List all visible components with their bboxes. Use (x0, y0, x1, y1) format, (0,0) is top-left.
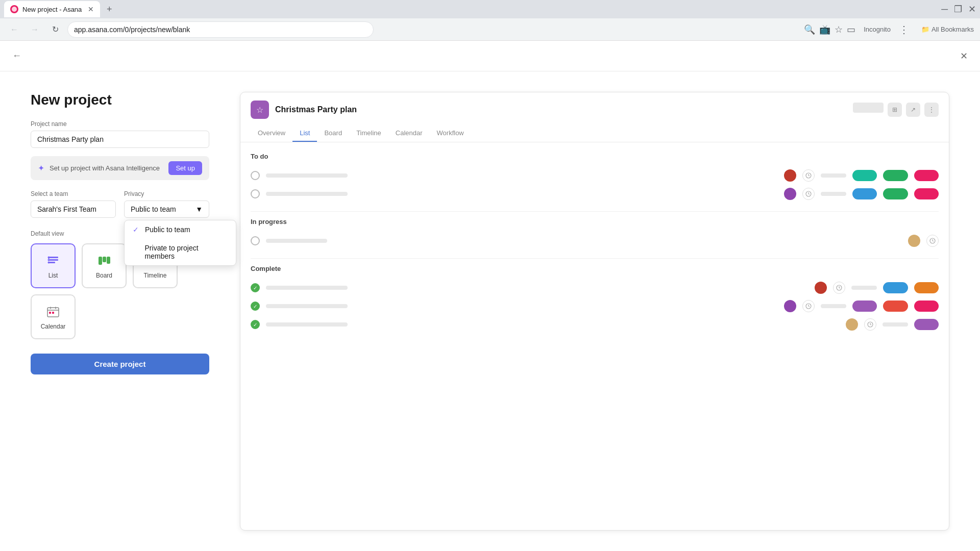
project-name-input[interactable] (31, 131, 209, 148)
new-tab-button[interactable]: + (102, 2, 116, 16)
tag-pink-5 (914, 300, 939, 312)
task-check-4[interactable]: ✓ (251, 283, 260, 292)
task-date-text-2 (821, 192, 846, 196)
svg-rect-10 (107, 257, 110, 264)
tab-overview[interactable]: Overview (251, 125, 292, 142)
tab-title: New project - Asana (22, 6, 82, 13)
tag-blue-4 (883, 282, 908, 293)
task-avatar-4 (815, 282, 827, 294)
back-nav-btn[interactable]: ← (6, 21, 22, 38)
task-check-5[interactable]: ✓ (251, 302, 260, 311)
task-date-3 (926, 235, 939, 247)
section-inprogress-title: In progress (251, 218, 939, 226)
svg-line-31 (839, 288, 840, 288)
tag-pink-1 (914, 170, 939, 181)
project-icon: ☆ (251, 101, 269, 119)
privacy-select[interactable]: Public to team ▼ (124, 201, 209, 218)
tab-timeline[interactable]: Timeline (349, 125, 388, 142)
svg-point-5 (48, 257, 50, 259)
tab-list[interactable]: List (292, 125, 317, 142)
tab-board[interactable]: Board (317, 125, 349, 142)
view-option-board[interactable]: Board (82, 243, 127, 288)
tab-calendar[interactable]: Calendar (388, 125, 430, 142)
task-avatar-3 (908, 235, 920, 247)
menu-icon[interactable]: ⋮ (899, 23, 909, 36)
task-date-5 (802, 300, 815, 312)
task-check-6[interactable]: ✓ (251, 320, 260, 329)
tag-green-2 (883, 188, 908, 199)
preview-panel: ☆ Christmas Party plan ⊞ ↗ ⋮ Overview Li… (240, 92, 949, 531)
cast-icon[interactable]: 📺 (819, 24, 830, 35)
task-avatar-6 (846, 318, 858, 331)
svg-line-34 (808, 306, 810, 307)
privacy-option-private[interactable]: ✓ Private to project members (125, 239, 236, 265)
svg-line-25 (808, 194, 810, 194)
bookmarks-label: All Bookmarks (932, 26, 974, 33)
bookmark-icon[interactable]: ☆ (835, 24, 843, 35)
task-check-3[interactable] (251, 236, 260, 245)
task-bar-2 (266, 192, 348, 196)
task-date-text-6 (883, 322, 908, 327)
privacy-arrow-icon: ▼ (195, 205, 203, 213)
back-button[interactable]: ← (12, 51, 21, 61)
tag-pink-2 (914, 188, 939, 199)
task-date-4 (833, 282, 845, 294)
tag-teal-1 (852, 170, 877, 181)
task-bar-1 (266, 173, 348, 178)
preview-action-btn-4[interactable]: ⋮ (924, 103, 939, 117)
svg-line-37 (870, 324, 871, 325)
privacy-value: Public to team (131, 205, 176, 213)
preview-action-btn-2[interactable]: ⊞ (888, 103, 902, 117)
check-icon: ✓ (133, 226, 141, 234)
team-input[interactable] (31, 201, 116, 218)
ai-setup-button[interactable]: Set up (168, 161, 202, 175)
task-bar-6 (266, 322, 348, 327)
sidebar-icon[interactable]: ▭ (847, 24, 855, 35)
calendar-view-icon (45, 304, 61, 320)
tag-purple-6 (914, 319, 939, 330)
task-avatar-5 (784, 300, 796, 312)
preview-action-btn-3[interactable]: ↗ (906, 103, 920, 117)
preview-action-btn-1[interactable] (853, 103, 884, 113)
forward-nav-btn[interactable]: → (27, 21, 43, 38)
maximize-btn[interactable]: ❐ (954, 4, 962, 15)
table-row (251, 166, 939, 185)
task-date-1 (802, 169, 815, 182)
url-text: app.asana.com/0/projects/new/blank (74, 26, 190, 34)
task-bar-3 (266, 239, 327, 243)
view-option-calendar[interactable]: Calendar (31, 294, 76, 339)
privacy-select-wrapper: Public to team ▼ ✓ Public to team ✓ Pr (124, 201, 209, 218)
close-button[interactable]: ✕ (960, 51, 968, 62)
privacy-option-public[interactable]: ✓ Public to team (125, 220, 236, 239)
preview-project-title: Christmas Party plan (275, 105, 357, 114)
task-check-1[interactable] (251, 171, 260, 180)
reload-btn[interactable]: ↻ (47, 21, 63, 38)
privacy-label: Privacy (124, 190, 209, 197)
task-date-2 (802, 188, 815, 200)
tab-close-btn[interactable]: ✕ (88, 5, 94, 13)
address-bar[interactable]: app.asana.com/0/projects/new/blank (67, 21, 374, 38)
create-project-button[interactable]: Create project (31, 354, 209, 374)
tag-red-5 (883, 300, 908, 312)
close-window-btn[interactable]: ✕ (968, 4, 976, 15)
privacy-option-private-label: Private to project members (145, 244, 228, 260)
tab-workflow[interactable]: Workflow (430, 125, 471, 142)
tab-favicon (10, 5, 18, 13)
minimize-btn[interactable]: ─ (941, 4, 948, 15)
task-check-2[interactable] (251, 189, 260, 198)
task-bar-5 (266, 304, 348, 308)
search-icon[interactable]: 🔍 (804, 24, 815, 35)
view-option-list[interactable]: List (31, 243, 76, 288)
preview-actions: ⊞ ↗ ⋮ (853, 103, 939, 117)
ai-sparkle-icon: ✦ (38, 163, 44, 173)
svg-point-6 (48, 259, 50, 261)
tag-blue-2 (852, 188, 877, 199)
task-date-text-4 (851, 286, 877, 290)
board-view-label: Board (96, 272, 112, 279)
calendar-view-label: Calendar (41, 323, 66, 330)
task-date-6 (864, 318, 876, 331)
browser-tab[interactable]: New project - Asana ✕ (4, 1, 100, 17)
task-date-text-5 (821, 304, 846, 308)
tag-orange-4 (914, 282, 939, 293)
timeline-view-label: Timeline (144, 272, 167, 279)
